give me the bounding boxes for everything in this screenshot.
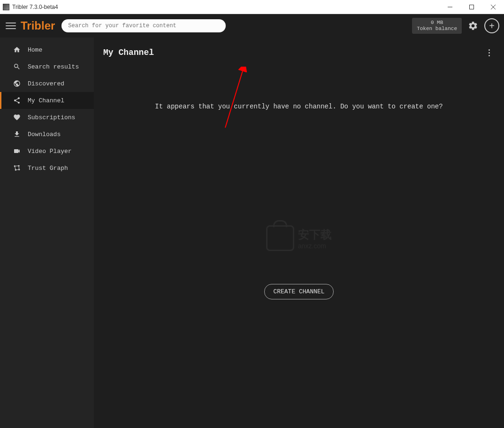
search-icon bbox=[13, 62, 21, 71]
sidebar-item-label: Home bbox=[28, 46, 42, 54]
sidebar-item-label: Trust Graph bbox=[28, 165, 68, 172]
token-amount: 0 MB bbox=[417, 20, 457, 26]
window-titlebar: Tribler 7.3.0-beta4 bbox=[0, 0, 504, 14]
main-content: My Channel It appears that you currently… bbox=[94, 38, 504, 428]
create-channel-button[interactable]: CREATE CHANNEL bbox=[264, 284, 333, 299]
sidebar-item-label: Search results bbox=[28, 63, 79, 70]
annotation-arrow bbox=[221, 67, 258, 132]
more-options-button[interactable] bbox=[483, 47, 495, 58]
video-icon bbox=[13, 147, 21, 155]
sidebar-item-label: Discovered bbox=[28, 80, 64, 87]
sidebar-item-label: Downloads bbox=[28, 131, 61, 138]
svg-rect-0 bbox=[470, 5, 474, 9]
window-close-button[interactable] bbox=[482, 0, 504, 14]
add-button[interactable]: + bbox=[484, 18, 499, 33]
sidebar: Home Search results Discovered My Channe… bbox=[0, 38, 94, 428]
app-header: Tribler 0 MB Token balance + bbox=[0, 14, 504, 38]
home-icon bbox=[13, 46, 21, 54]
sidebar-item-my-channel[interactable]: My Channel bbox=[0, 92, 94, 109]
sidebar-item-home[interactable]: Home bbox=[0, 41, 94, 58]
share-icon bbox=[13, 96, 21, 105]
app-icon bbox=[3, 4, 9, 10]
watermark: 安下载 anxz.com bbox=[266, 225, 332, 251]
sidebar-item-subscriptions[interactable]: Subscriptions bbox=[0, 109, 94, 126]
app-brand: Tribler bbox=[21, 19, 55, 32]
sidebar-item-label: Subscriptions bbox=[28, 114, 75, 121]
sidebar-item-video-player[interactable]: Video Player bbox=[0, 143, 94, 160]
search-input[interactable] bbox=[61, 19, 226, 32]
sidebar-item-trust-graph[interactable]: Trust Graph bbox=[0, 160, 94, 176]
sidebar-item-label: Video Player bbox=[28, 148, 72, 155]
window-minimize-button[interactable] bbox=[439, 0, 461, 14]
window-title: Tribler 7.3.0-beta4 bbox=[12, 4, 58, 10]
sidebar-item-discovered[interactable]: Discovered bbox=[0, 75, 94, 92]
token-balance-button[interactable]: 0 MB Token balance bbox=[412, 18, 462, 34]
sidebar-item-label: My Channel bbox=[28, 97, 64, 104]
window-maximize-button[interactable] bbox=[461, 0, 482, 14]
download-icon bbox=[13, 130, 21, 138]
heart-icon bbox=[13, 113, 21, 122]
svg-line-5 bbox=[225, 69, 243, 128]
page-title: My Channel bbox=[103, 48, 154, 57]
graph-icon bbox=[13, 164, 21, 172]
menu-toggle-button[interactable] bbox=[5, 20, 17, 32]
sidebar-item-search-results[interactable]: Search results bbox=[0, 58, 94, 75]
globe-icon bbox=[13, 79, 21, 88]
empty-state-message: It appears that you currently have no ch… bbox=[103, 103, 495, 110]
token-label: Token balance bbox=[417, 26, 457, 32]
settings-button[interactable] bbox=[466, 18, 481, 33]
sidebar-item-downloads[interactable]: Downloads bbox=[0, 126, 94, 143]
